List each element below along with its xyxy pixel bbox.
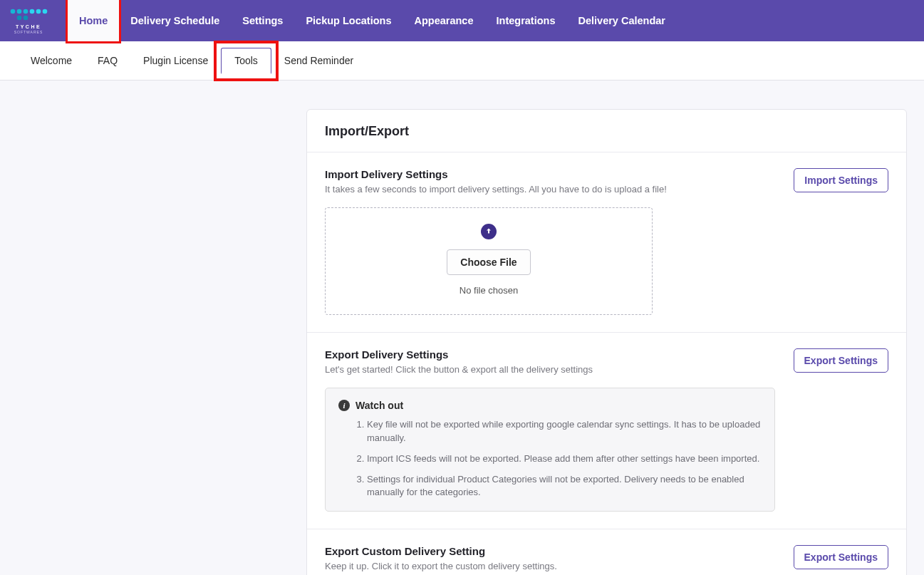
import-export-card: Import/Export Import Delivery Settings I… [306,109,907,575]
export-warning-box: i Watch out Key file will not be exporte… [325,388,775,512]
brand-logo: TYCHE SOFTWARES [9,8,48,34]
svg-point-7 [43,9,48,14]
nav-item-delivery-calendar[interactable]: Delivery Calendar [566,0,677,41]
export-custom-settings-button[interactable]: Export Settings [794,545,888,569]
svg-point-3 [30,9,35,14]
subnav-plugin-license[interactable]: Plugin License [130,48,221,73]
file-dropzone[interactable]: Choose File No file chosen [325,207,653,315]
brand-name: TYCHE [16,24,41,29]
primary-nav: TYCHE SOFTWARES Home Delivery Schedule S… [0,0,924,41]
export-watch-item: Import ICS feeds will not be exported. P… [367,452,762,466]
primary-nav-items: Home Delivery Schedule Settings Pickup L… [68,0,677,41]
svg-point-1 [17,9,22,14]
brand-sub: SOFTWARES [14,30,43,34]
brand-dots-icon [9,8,48,24]
export-desc: Let's get started! Click the button & ex… [325,364,779,375]
export-custom-title: Export Custom Delivery Setting [325,545,779,557]
upload-icon [481,224,497,239]
nav-item-appearance[interactable]: Appearance [403,0,484,41]
subnav-faq[interactable]: FAQ [85,48,130,73]
svg-point-2 [24,9,28,14]
svg-point-6 [36,9,41,14]
secondary-nav: Welcome FAQ Plugin License Tools Send Re… [0,41,924,81]
import-desc: It takes a few seconds to import deliver… [325,184,779,195]
export-watch-title: Watch out [355,400,403,411]
choose-file-button[interactable]: Choose File [447,249,530,275]
import-settings-button[interactable]: Import Settings [794,168,888,192]
no-file-label: No file chosen [460,285,518,296]
export-custom-section: Export Custom Delivery Setting Keep it u… [307,529,906,575]
svg-point-4 [17,15,22,20]
export-title: Export Delivery Settings [325,348,779,361]
nav-item-settings[interactable]: Settings [231,0,294,41]
subnav-tools[interactable]: Tools [221,48,271,74]
subnav-send-reminder[interactable]: Send Reminder [271,48,366,73]
info-icon: i [338,400,350,411]
nav-item-home[interactable]: Home [68,0,119,41]
export-watch-item: Key file will not be exported while expo… [367,418,762,445]
nav-item-delivery-schedule[interactable]: Delivery Schedule [119,0,231,41]
export-section: Export Delivery Settings Let's get start… [307,333,906,529]
export-settings-button[interactable]: Export Settings [794,348,888,373]
import-title: Import Delivery Settings [325,168,779,180]
page-title: Import/Export [307,110,906,152]
content-area: Import/Export Import Delivery Settings I… [0,81,924,575]
nav-item-pickup-locations[interactable]: Pickup Locations [294,0,403,41]
export-custom-desc: Keep it up. Click it to export the custo… [325,561,779,571]
svg-point-5 [24,15,28,20]
svg-point-0 [11,9,16,14]
import-section: Import Delivery Settings It takes a few … [307,152,906,333]
export-watch-item: Settings for individual Product Categori… [367,473,762,500]
subnav-welcome[interactable]: Welcome [18,48,85,73]
nav-item-integrations[interactable]: Integrations [485,0,567,41]
